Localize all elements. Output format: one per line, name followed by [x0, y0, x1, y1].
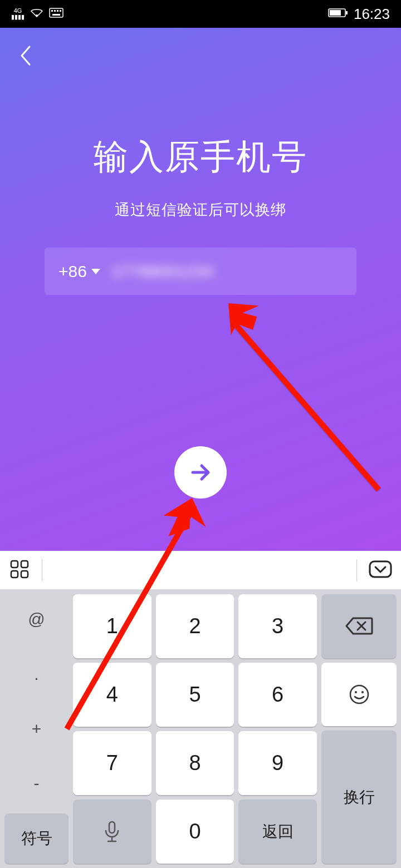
wifi-icon — [30, 7, 43, 21]
keyboard-toolbar — [0, 551, 401, 590]
key-2[interactable]: 2 — [156, 594, 234, 658]
smile-icon — [349, 684, 370, 705]
back-button[interactable] — [14, 45, 36, 67]
key-at[interactable]: @ — [4, 594, 69, 644]
microphone-icon — [103, 820, 121, 844]
svg-rect-8 — [330, 10, 341, 16]
key-8[interactable]: 8 — [156, 731, 234, 795]
backspace-icon — [345, 616, 373, 636]
country-code-label: +86 — [58, 262, 87, 281]
phone-input[interactable] — [111, 262, 343, 281]
network-indicator: 4G ▮▮▮▮ — [11, 8, 25, 20]
key-9[interactable]: 9 — [238, 731, 317, 795]
key-1[interactable]: 1 — [73, 594, 151, 658]
svg-marker-10 — [221, 294, 266, 338]
svg-rect-16 — [370, 561, 391, 577]
keyboard-collapse-icon[interactable] — [368, 560, 393, 581]
key-0[interactable]: 0 — [156, 800, 234, 864]
svg-rect-9 — [346, 11, 348, 14]
keyboard-switch-icon[interactable] — [8, 558, 31, 583]
svg-rect-12 — [11, 561, 18, 568]
svg-rect-4 — [57, 10, 58, 12]
country-code-selector[interactable]: +86 — [58, 262, 100, 281]
svg-rect-14 — [11, 571, 18, 578]
svg-rect-15 — [21, 571, 28, 578]
keyboard-indicator-icon — [49, 7, 63, 21]
svg-rect-2 — [51, 10, 53, 12]
key-dot[interactable]: . — [4, 649, 69, 699]
page-subtitle: 通过短信验证后可以换绑 — [0, 200, 401, 220]
key-backspace[interactable] — [321, 594, 397, 658]
svg-rect-17 — [109, 822, 115, 833]
svg-rect-3 — [54, 10, 56, 12]
key-mic[interactable] — [73, 800, 151, 864]
key-7[interactable]: 7 — [73, 731, 151, 795]
key-5[interactable]: 5 — [156, 663, 234, 727]
svg-point-19 — [355, 691, 357, 693]
svg-point-0 — [36, 14, 38, 17]
key-plus[interactable]: + — [4, 704, 69, 754]
svg-rect-6 — [52, 14, 60, 16]
svg-rect-1 — [50, 8, 63, 17]
main-content: 输入原手机号 通过短信验证后可以换绑 +86 — [0, 28, 401, 551]
page-title: 输入原手机号 — [0, 134, 401, 180]
svg-point-20 — [361, 691, 364, 693]
arrow-right-icon — [188, 460, 213, 485]
chevron-down-icon — [91, 269, 100, 274]
key-return[interactable]: 返回 — [238, 800, 317, 864]
next-button[interactable] — [174, 446, 227, 499]
battery-icon — [328, 7, 348, 21]
phone-input-container: +86 — [45, 248, 356, 295]
key-symbols[interactable]: 符号 — [4, 813, 69, 864]
key-emoji[interactable] — [321, 663, 397, 727]
key-3[interactable]: 3 — [238, 594, 317, 658]
key-minus[interactable]: - — [4, 758, 69, 808]
status-bar: 4G ▮▮▮▮ 16:23 — [0, 0, 401, 28]
numeric-keyboard: @ . + - 符号 1 2 3 4 5 6 7 8 9 0 返回 — [0, 590, 401, 868]
key-6[interactable]: 6 — [238, 663, 317, 727]
svg-rect-5 — [60, 10, 61, 12]
svg-point-18 — [350, 685, 368, 703]
key-newline[interactable]: 换行 — [321, 731, 397, 864]
status-time: 16:23 — [354, 6, 390, 23]
key-4[interactable]: 4 — [73, 663, 151, 727]
svg-rect-13 — [21, 561, 28, 568]
chevron-left-icon — [18, 45, 32, 67]
